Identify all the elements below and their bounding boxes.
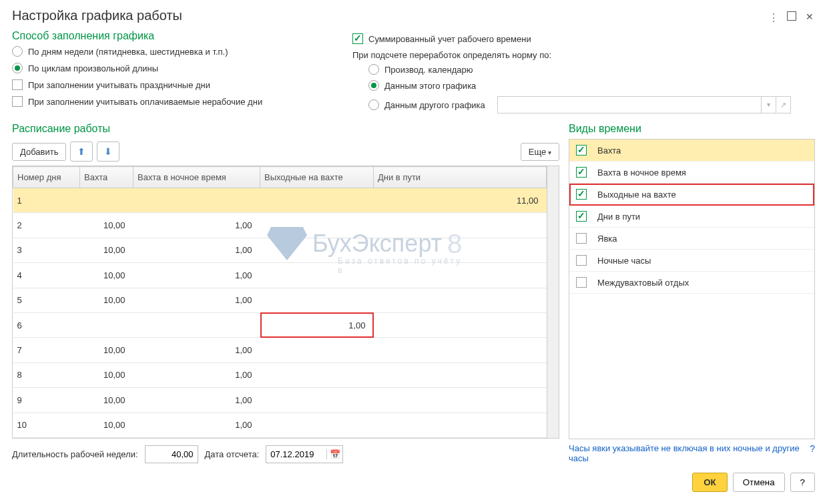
table-cell[interactable]: 9 — [13, 388, 80, 413]
table-cell[interactable]: 10,00 — [80, 338, 133, 362]
table-cell[interactable] — [374, 263, 547, 288]
table-cell[interactable]: 10,00 — [80, 213, 133, 238]
time-type-checkbox[interactable] — [576, 277, 587, 288]
table-cell[interactable]: 10,00 — [80, 362, 133, 387]
time-type-row[interactable]: Вахта — [569, 140, 814, 162]
table-cell[interactable] — [374, 362, 547, 387]
table-cell[interactable] — [80, 188, 133, 213]
table-cell[interactable]: 2 — [13, 213, 80, 238]
time-type-checkbox[interactable] — [576, 167, 587, 178]
table-cell[interactable]: 10,00 — [80, 388, 133, 413]
table-cell[interactable]: 11,00 — [374, 188, 547, 213]
table-cell[interactable]: 4 — [13, 263, 80, 288]
dropdown-icon[interactable]: ▾ — [761, 97, 776, 113]
table-row[interactable]: 410,001,00 — [13, 263, 547, 288]
radio-by-cycles[interactable] — [12, 63, 23, 73]
col-day-number[interactable]: Номер дня — [13, 167, 80, 188]
date-from-field[interactable] — [266, 446, 326, 463]
week-length-input[interactable] — [145, 445, 198, 463]
time-type-checkbox[interactable] — [576, 233, 587, 244]
table-cell[interactable]: 10,00 — [80, 238, 133, 262]
more-button[interactable]: Еще — [521, 143, 559, 161]
table-row[interactable]: 1010,001,00 — [13, 413, 547, 437]
col-night[interactable]: Вахта в ночное время — [133, 167, 260, 188]
help-button[interactable]: ? — [790, 473, 815, 492]
table-row[interactable]: 310,001,00 — [13, 238, 547, 262]
table-cell[interactable]: 3 — [13, 238, 80, 262]
move-down-button[interactable]: ⬇ — [97, 142, 119, 162]
cancel-button[interactable]: Отмена — [733, 473, 785, 492]
table-cell[interactable] — [260, 413, 374, 437]
table-cell[interactable]: 8 — [13, 362, 80, 387]
time-type-checkbox[interactable] — [576, 255, 587, 266]
table-cell[interactable]: 1,00 — [133, 338, 260, 362]
time-type-row[interactable]: Междувахтовый отдых — [569, 272, 814, 294]
table-cell[interactable]: 10,00 — [80, 413, 133, 437]
time-type-row[interactable]: Ночные часы — [569, 250, 814, 272]
time-type-checkbox[interactable] — [576, 145, 587, 156]
table-cell[interactable]: 1,00 — [260, 312, 374, 337]
table-row[interactable]: 61,00 — [13, 312, 547, 337]
table-cell[interactable]: 1,00 — [133, 238, 260, 262]
table-cell[interactable]: 1,00 — [133, 263, 260, 288]
table-cell[interactable] — [260, 188, 374, 213]
maximize-icon[interactable] — [787, 11, 796, 21]
checkbox-paid-nonwork[interactable] — [12, 96, 23, 107]
other-schedule-input[interactable]: ▾ ↗ — [497, 96, 791, 113]
table-row[interactable]: 810,001,00 — [13, 362, 547, 387]
col-shift[interactable]: Вахта — [80, 167, 133, 188]
table-cell[interactable]: 1,00 — [133, 388, 260, 413]
table-cell[interactable] — [260, 362, 374, 387]
table-cell[interactable] — [374, 338, 547, 362]
radio-norm-other-schedule[interactable] — [368, 99, 379, 110]
table-row[interactable]: 510,001,00 — [13, 288, 547, 312]
kebab-menu-icon[interactable] — [768, 11, 778, 21]
checkbox-holidays[interactable] — [12, 79, 23, 90]
table-cell[interactable] — [374, 238, 547, 262]
table-cell[interactable] — [260, 213, 374, 238]
col-dayoff[interactable]: Выходные на вахте — [260, 167, 374, 188]
table-cell[interactable] — [374, 312, 547, 337]
time-type-row[interactable]: Дни в пути — [569, 206, 814, 228]
calendar-icon[interactable]: 📅 — [326, 449, 342, 459]
move-up-button[interactable]: ⬆ — [70, 142, 93, 162]
time-type-row[interactable]: Явка — [569, 228, 814, 250]
table-cell[interactable] — [374, 288, 547, 312]
open-external-icon[interactable]: ↗ — [776, 97, 790, 113]
table-row[interactable]: 910,001,00 — [13, 388, 547, 413]
ok-button[interactable]: ОК — [692, 473, 728, 492]
close-icon[interactable] — [806, 11, 815, 21]
add-button[interactable]: Добавить — [12, 143, 66, 161]
table-cell[interactable] — [260, 388, 374, 413]
table-cell[interactable]: 1,00 — [133, 413, 260, 437]
table-cell[interactable]: 10 — [13, 413, 80, 437]
table-cell[interactable] — [80, 312, 133, 337]
table-cell[interactable] — [133, 312, 260, 337]
table-cell[interactable]: 10,00 — [80, 263, 133, 288]
hint-help-icon[interactable]: ? — [810, 443, 815, 463]
time-type-row[interactable]: Выходные на вахте — [569, 184, 814, 206]
table-cell[interactable]: 1,00 — [133, 288, 260, 312]
table-cell[interactable] — [374, 213, 547, 238]
time-type-checkbox[interactable] — [576, 211, 587, 222]
table-cell[interactable] — [133, 188, 260, 213]
table-cell[interactable] — [374, 388, 547, 413]
col-travel[interactable]: Дни в пути — [374, 167, 547, 188]
table-cell[interactable]: 1 — [13, 188, 80, 213]
table-cell[interactable] — [260, 238, 374, 262]
table-cell[interactable]: 1,00 — [133, 213, 260, 238]
table-cell[interactable] — [260, 288, 374, 312]
date-from-input[interactable]: 📅 — [266, 445, 343, 463]
radio-norm-this-schedule[interactable] — [368, 80, 379, 91]
table-cell[interactable]: 6 — [13, 312, 80, 337]
table-row[interactable]: 210,001,00 — [13, 213, 547, 238]
time-type-checkbox[interactable] — [576, 189, 587, 200]
table-cell[interactable] — [260, 263, 374, 288]
table-cell[interactable]: 1,00 — [133, 362, 260, 387]
table-cell[interactable] — [374, 413, 547, 437]
table-row[interactable]: 710,001,00 — [13, 338, 547, 362]
time-type-row[interactable]: Вахта в ночное время — [569, 162, 814, 184]
time-types-list[interactable]: ВахтаВахта в ночное времяВыходные на вах… — [569, 139, 815, 439]
schedule-table[interactable]: Номер дня Вахта Вахта в ночное время Вых… — [12, 166, 559, 439]
radio-by-weekdays[interactable] — [12, 46, 23, 57]
